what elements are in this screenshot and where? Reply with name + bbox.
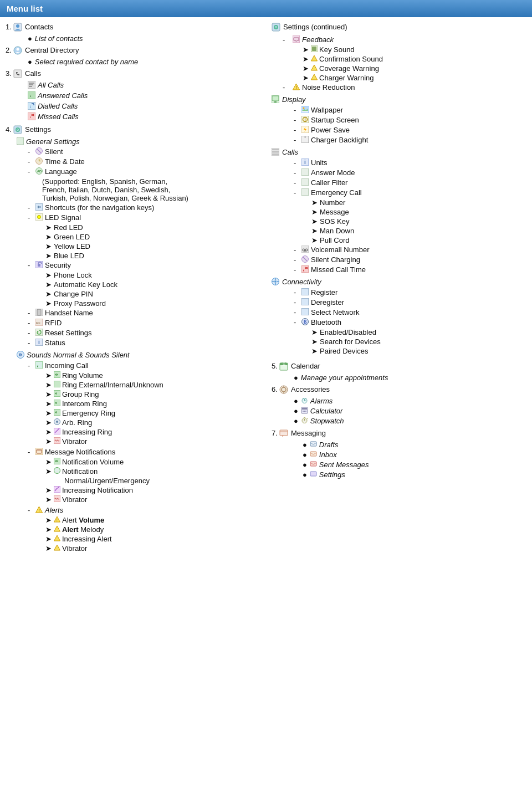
emergency-ring: ➤ Emergency Ring [45, 409, 260, 417]
messaging-icon [279, 429, 288, 439]
sounds-label: Sounds Normal & Sounds Silent [27, 351, 130, 359]
settings-cont-icon [272, 23, 280, 33]
shortcuts-icon [35, 203, 43, 212]
conf-sound: ➤ Confirmation Sound [303, 55, 526, 63]
sent-messages-label: Sent Messages [319, 461, 369, 469]
increasing-notif-label: Increasing Notification [62, 486, 133, 494]
settings-cont-row: Settings (continued) [272, 23, 526, 33]
svg-point-29 [38, 216, 41, 219]
svg-rect-44 [54, 390, 60, 397]
calculator-label: Calculator [310, 407, 343, 415]
charger-backlight-row: - Charger Backlight [294, 136, 526, 145]
reset-settings-row: - Reset Settings [28, 329, 260, 337]
central-dir-icon [13, 46, 22, 57]
display-icon [272, 95, 279, 105]
messaging-settings-bullet: ● Settings [303, 471, 526, 479]
general-settings-label: General Settings [26, 137, 80, 146]
svg-rect-145 [310, 452, 316, 456]
auto-key-lock: ➤Automatic Key Lock [45, 280, 260, 289]
units-row: - i Units [294, 158, 526, 167]
reset-icon [35, 329, 43, 337]
sounds-icon [17, 351, 24, 360]
increasing-alert-label: Increasing Alert [62, 535, 112, 543]
list-number: 4. [6, 125, 13, 134]
feedback-icon [293, 35, 300, 44]
svg-rect-97 [301, 178, 309, 186]
charger-warning-icon [311, 74, 318, 82]
ec-pull-cord: ➤Pull Cord [311, 236, 526, 244]
svg-rect-9 [28, 91, 35, 99]
stopwatch-icon [301, 417, 308, 426]
alarms-bullet: ● Alarms [294, 397, 526, 406]
rfid-label: RFID [45, 319, 62, 327]
charger-warning: ➤ Charger Warning [303, 74, 526, 82]
calls-sub-dialled: Dialled Calls [28, 102, 260, 111]
svg-point-136 [304, 411, 305, 412]
svg-point-3 [17, 48, 19, 51]
arb-ring: ➤ Arb. Ring [45, 418, 260, 427]
alert-melody-icon [54, 525, 60, 534]
alert-volume: ➤ ! Alert Volume [45, 516, 260, 524]
svg-text:AB: AB [37, 170, 42, 173]
message-notif-row: - Message Notifications [28, 448, 260, 457]
missed-icon [28, 112, 35, 122]
silent-charging-icon [301, 255, 309, 264]
missed-call-time-label: Missed Call Time [311, 265, 366, 274]
calls-label: Calls [25, 69, 41, 78]
handset-icon [35, 309, 43, 318]
increasing-ring-label: Increasing Ring [62, 428, 112, 436]
svg-point-109 [274, 280, 277, 283]
wallpaper-icon [301, 106, 309, 115]
feedback-row: - Feedback [283, 35, 526, 44]
messaging-num: 7. [272, 429, 279, 437]
list-number: 3. [6, 69, 13, 78]
svg-text:!: ! [296, 85, 297, 89]
list-item: 1. Contacts [6, 23, 260, 33]
display-row: Display [272, 95, 526, 105]
svg-rect-134 [302, 408, 307, 410]
list-number: 1. [6, 23, 13, 31]
ec-man-down: ➤Man Down [311, 227, 526, 235]
sent-messages-bullet: ● Sent Messages [303, 461, 526, 469]
language-note: (Supported: English, Spanish, German,Fre… [42, 177, 260, 202]
change-pin: ➤Change PIN [45, 290, 260, 298]
proxy-password: ➤Proxy Password [45, 299, 260, 308]
svg-marker-72 [311, 65, 318, 70]
emergency-ring-icon [54, 409, 60, 417]
notif-types: Normal/Urgent/Emergency [64, 477, 260, 485]
svg-rect-96 [301, 168, 309, 176]
led-icon [35, 213, 43, 222]
ring-volume-label: Ring Volume [62, 371, 103, 380]
silent-row: - Silent [28, 147, 260, 156]
contacts-label: Contacts [25, 23, 53, 31]
alerts-label: Alerts [45, 506, 63, 514]
central-sub-label: Select required contact by name [35, 58, 138, 66]
emergency-call-row: - Emergency Call [294, 188, 526, 197]
led-yellow: ➤Yellow LED [45, 242, 260, 250]
ec-message: ➤Message [311, 208, 526, 216]
bt-paired: ➤Paired Devices [311, 347, 526, 355]
led-red: ➤Red LED [45, 223, 260, 232]
answer-mode-label: Answer Mode [311, 168, 355, 177]
deregister-label: Deregister [311, 298, 344, 306]
shortcuts-label: Shortcuts (for the navigation keys) [45, 203, 154, 212]
svg-rect-43 [54, 381, 60, 387]
svg-text:i: i [38, 339, 40, 345]
status-icon: i [35, 339, 43, 347]
language-note-text: (Supported: English, Spanish, German,Fre… [42, 177, 188, 202]
group-ring: ➤ Group Ring [45, 390, 260, 398]
stopwatch-label: Stopwatch [310, 417, 344, 425]
calls-icon [13, 69, 22, 80]
status-row: - i Status [28, 339, 260, 347]
alarms-label: Alarms [310, 397, 332, 405]
noise-reduction-label: Noise Reduction [302, 83, 355, 91]
notif-icon2 [54, 467, 60, 475]
bluetooth-icon: ß [301, 318, 309, 327]
silent-label: Silent [45, 147, 63, 156]
svg-marker-73 [311, 74, 318, 80]
arb-ring-label: Arb. Ring [62, 418, 92, 427]
startup-screen-label: Startup Screen [311, 116, 359, 124]
calls-section-label: Calls [282, 148, 298, 156]
settings-label: Settings [25, 125, 51, 134]
left-column: 1. Contacts ● List of contacts 2. Centra… [6, 23, 266, 554]
